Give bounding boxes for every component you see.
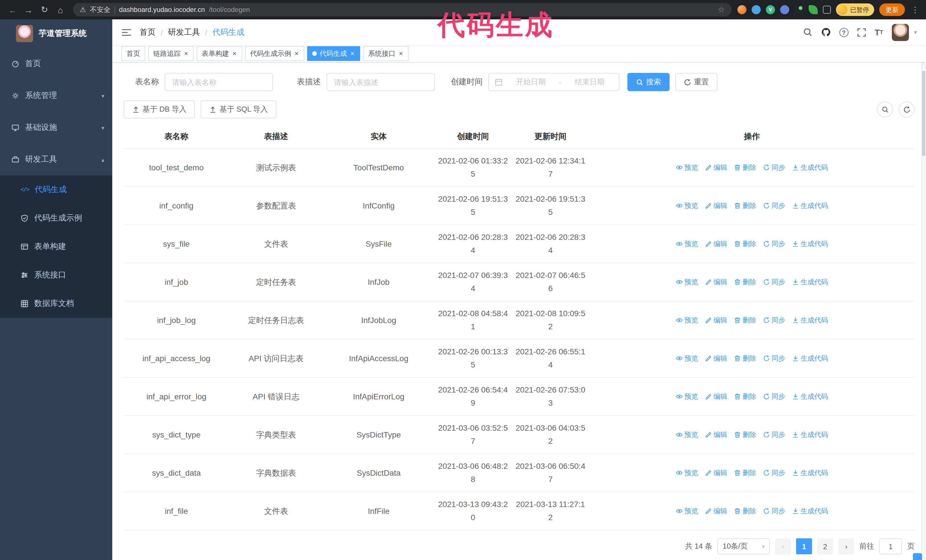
delete-link[interactable]: 删除 [734, 469, 756, 476]
date-range-picker[interactable]: 开始日期 - 结束日期 [488, 73, 619, 91]
preview-link[interactable]: 预览 [676, 164, 698, 171]
search-icon[interactable] [803, 27, 812, 37]
preview-link[interactable]: 预览 [676, 279, 698, 285]
toggle-search-button[interactable] [877, 101, 893, 117]
edit-link[interactable]: 编辑 [705, 431, 727, 438]
preview-link[interactable]: 预览 [676, 317, 698, 324]
tab-system-api[interactable]: 系统接口 × [363, 46, 409, 61]
edit-link[interactable]: 编辑 [705, 279, 727, 285]
browser-forward-icon[interactable]: → [22, 5, 35, 15]
close-icon[interactable]: × [398, 50, 404, 57]
tab-trace[interactable]: 链路追踪 × [148, 46, 194, 61]
sync-link[interactable]: 同步 [763, 355, 785, 362]
delete-link[interactable]: 删除 [734, 355, 756, 362]
preview-link[interactable]: 预览 [676, 393, 698, 400]
sidebar-item-dev-tools[interactable]: 研发工具 ▴ [0, 143, 112, 175]
vue-devtools-extension-icon[interactable]: V [766, 5, 775, 14]
sync-link[interactable]: 同步 [763, 279, 785, 285]
github-icon[interactable] [821, 27, 831, 37]
user-avatar[interactable] [892, 24, 909, 41]
browser-profile-badge[interactable]: 已暂停 [836, 3, 874, 16]
sync-link[interactable]: 同步 [763, 507, 785, 515]
sidebar-item-system-api[interactable]: 系统接口 [0, 261, 112, 290]
sync-link[interactable]: 同步 [763, 240, 785, 247]
edit-link[interactable]: 编辑 [705, 393, 727, 400]
edit-link[interactable]: 编辑 [705, 355, 727, 362]
sync-link[interactable]: 同步 [763, 317, 785, 324]
sync-link[interactable]: 同步 [763, 431, 785, 438]
sidebar-item-infrastructure[interactable]: 基础设施 ▾ [0, 112, 112, 143]
sidebar-item-home[interactable]: 首页 [0, 48, 112, 80]
sync-link[interactable]: 同步 [763, 202, 785, 209]
delete-link[interactable]: 删除 [734, 393, 756, 400]
extensions-puzzle-icon[interactable] [823, 6, 831, 14]
page-goto-input[interactable] [879, 538, 902, 554]
sync-link[interactable]: 同步 [763, 393, 785, 400]
delete-link[interactable]: 删除 [734, 240, 756, 247]
sync-link[interactable]: 同步 [763, 469, 785, 476]
generate-code-link[interactable]: 生成代码 [792, 469, 828, 476]
edit-link[interactable]: 编辑 [705, 164, 727, 171]
delete-link[interactable]: 删除 [734, 317, 756, 324]
delete-link[interactable]: 删除 [734, 431, 756, 438]
page-button-1[interactable]: 1 [796, 538, 812, 554]
close-icon[interactable]: × [232, 50, 237, 57]
generate-code-link[interactable]: 生成代码 [792, 431, 828, 438]
tab-codegen[interactable]: 代码生成 × [307, 46, 360, 61]
delete-link[interactable]: 删除 [734, 279, 756, 285]
next-page-button[interactable]: › [838, 538, 854, 554]
avatar-caret-icon[interactable]: ▾ [914, 29, 917, 35]
generate-code-link[interactable]: 生成代码 [792, 240, 828, 247]
delete-link[interactable]: 删除 [734, 507, 756, 515]
preview-link[interactable]: 预览 [676, 240, 698, 247]
bookmark-star-icon[interactable]: ☆ [718, 5, 725, 14]
generate-code-link[interactable]: 生成代码 [792, 355, 828, 362]
sidebar-item-system[interactable]: 系统管理 ▾ [0, 80, 112, 112]
sidebar-item-codegen[interactable]: </> 代码生成 [0, 175, 112, 204]
browser-home-icon[interactable]: ⌂ [54, 5, 67, 15]
browser-back-icon[interactable]: ← [6, 5, 20, 15]
edit-link[interactable]: 编辑 [705, 469, 727, 476]
scrollbar-thumb[interactable] [922, 71, 925, 156]
prev-page-button[interactable]: ‹ [775, 538, 791, 554]
close-icon[interactable]: × [350, 50, 355, 57]
import-sql-button[interactable]: 基于 SQL 导入 [201, 100, 277, 118]
floating-corner-button[interactable] [913, 553, 922, 560]
page-scrollbar[interactable] [921, 20, 926, 560]
breadcrumb-home[interactable]: 首页 [139, 27, 156, 37]
font-size-icon[interactable]: TT [875, 28, 883, 36]
browser-update-button[interactable]: 更新 [879, 3, 905, 16]
browser-extension-icon[interactable] [752, 5, 761, 14]
generate-code-link[interactable]: 生成代码 [792, 393, 828, 400]
hamburger-icon[interactable] [121, 28, 132, 37]
sidebar-item-form-builder[interactable]: 表单构建 [0, 232, 112, 261]
breadcrumb-dev-tools[interactable]: 研发工具 [168, 27, 200, 37]
browser-extension-icon[interactable] [794, 5, 803, 14]
preview-link[interactable]: 预览 [676, 507, 698, 515]
fullscreen-icon[interactable] [857, 28, 866, 37]
sidebar-item-codegen-example[interactable]: 代码生成示例 [0, 204, 112, 232]
generate-code-link[interactable]: 生成代码 [792, 164, 828, 171]
delete-link[interactable]: 删除 [734, 164, 756, 171]
preview-link[interactable]: 预览 [676, 469, 698, 476]
sidebar-item-db-docs[interactable]: 数据库文档 [0, 290, 112, 318]
edit-link[interactable]: 编辑 [705, 240, 727, 247]
tab-codegen-example[interactable]: 代码生成示例 × [245, 46, 304, 61]
edit-link[interactable]: 编辑 [705, 317, 727, 324]
page-button-2[interactable]: 2 [817, 538, 833, 554]
sync-link[interactable]: 同步 [763, 164, 785, 171]
preview-link[interactable]: 预览 [676, 431, 698, 438]
page-size-select[interactable]: 10条/页 ▾ [717, 538, 770, 554]
tab-form-builder[interactable]: 表单构建 × [197, 46, 242, 61]
close-icon[interactable]: × [294, 50, 299, 57]
reset-button[interactable]: 重置 [675, 73, 717, 91]
table-name-input[interactable] [165, 73, 273, 91]
browser-reload-icon[interactable]: ↻ [38, 5, 51, 15]
browser-extension-icon[interactable] [737, 5, 746, 14]
generate-code-link[interactable]: 生成代码 [792, 202, 828, 209]
close-icon[interactable]: × [183, 50, 189, 57]
edit-link[interactable]: 编辑 [705, 507, 727, 515]
generate-code-link[interactable]: 生成代码 [792, 279, 828, 285]
tab-home[interactable]: 首页 [121, 46, 145, 61]
import-db-button[interactable]: 基于 DB 导入 [124, 100, 195, 118]
